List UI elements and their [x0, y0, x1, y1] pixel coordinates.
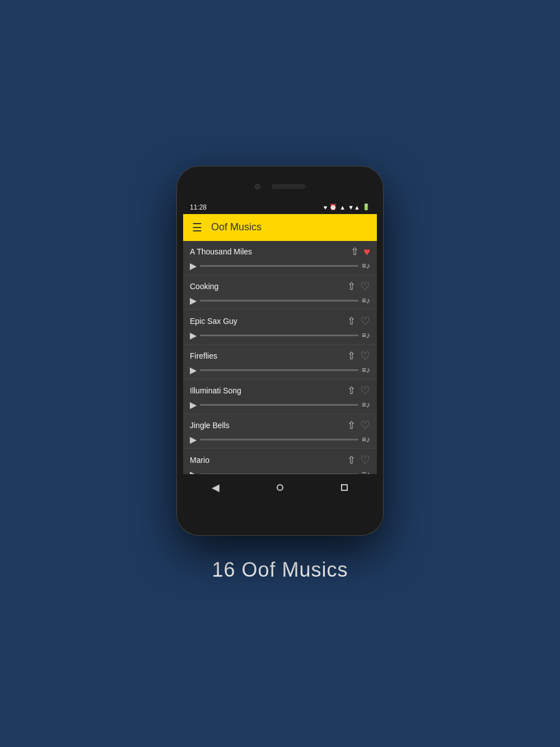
back-icon: ◀: [212, 481, 220, 494]
song-list: A Thousand Miles ⇧ ♥ ▶ ≡♪ Cooking: [183, 241, 377, 474]
status-bar: 11:28 ♥ ⏰ ▲ ▼▲ 🔋: [183, 201, 377, 214]
song-name: Mario: [190, 456, 347, 465]
page-label: 16 Oof Musics: [212, 558, 348, 582]
song-name: Illuminati Song: [190, 386, 347, 395]
home-button[interactable]: [269, 476, 291, 499]
phone-shell: 11:28 ♥ ⏰ ▲ ▼▲ 🔋 ☰ Oof Musics A Thousand…: [176, 166, 384, 536]
home-icon: [277, 484, 283, 491]
song-name: Epic Sax Guy: [190, 317, 347, 326]
progress-bar[interactable]: [200, 404, 358, 406]
bottom-bezel: [183, 501, 377, 529]
back-button[interactable]: ◀: [204, 476, 227, 499]
song-bottom-row: ▶ ≡♪: [190, 295, 370, 306]
phone-screen: 11:28 ♥ ⏰ ▲ ▼▲ 🔋 ☰ Oof Musics A Thousand…: [183, 173, 377, 529]
list-item: A Thousand Miles ⇧ ♥ ▶ ≡♪: [183, 241, 377, 275]
song-name: Jingle Bells: [190, 421, 347, 430]
play-button[interactable]: ▶: [190, 330, 197, 341]
status-time: 11:28: [190, 203, 207, 211]
song-top-row: Cooking ⇧ ♡: [190, 280, 370, 293]
song-actions: ⇧ ♡: [347, 280, 370, 293]
playlist-icon[interactable]: ≡♪: [362, 296, 370, 305]
share-icon[interactable]: ⇧: [347, 454, 356, 466]
heart-icon[interactable]: ♥: [363, 245, 370, 258]
song-actions: ⇧ ♡: [347, 453, 370, 467]
recents-icon: [341, 484, 348, 491]
heart-icon[interactable]: ♡: [360, 453, 370, 467]
heart-icon[interactable]: ♡: [360, 280, 370, 293]
progress-bar[interactable]: [200, 439, 358, 440]
song-bottom-row: ▶ ≡♪: [190, 434, 370, 445]
song-name: Fireflies: [190, 351, 347, 360]
song-bottom-row: ▶ ≡♪: [190, 365, 370, 375]
notification-icon: ♥: [324, 204, 328, 211]
song-bottom-row: ▶ ≡♪: [190, 400, 370, 410]
alarm-icon: ⏰: [329, 203, 337, 211]
progress-bar[interactable]: [200, 300, 358, 301]
song-actions: ⇧ ♡: [347, 349, 370, 363]
song-actions: ⇧ ♥: [351, 245, 370, 258]
signal-icon: ▼▲: [348, 204, 360, 211]
progress-bar[interactable]: [200, 335, 358, 336]
top-bezel: [183, 173, 377, 201]
progress-bar[interactable]: [200, 369, 358, 371]
wifi-icon: ▲: [339, 204, 346, 211]
share-icon[interactable]: ⇧: [347, 350, 356, 362]
song-actions: ⇧ ♡: [347, 314, 370, 328]
share-icon[interactable]: ⇧: [347, 315, 356, 327]
list-item: Jingle Bells ⇧ ♡ ▶ ≡♪: [183, 414, 377, 449]
play-button[interactable]: ▶: [190, 469, 197, 474]
song-top-row: Epic Sax Guy ⇧ ♡: [190, 314, 370, 328]
recents-button[interactable]: [333, 476, 356, 499]
heart-icon[interactable]: ♡: [360, 314, 370, 328]
playlist-icon[interactable]: ≡♪: [362, 365, 370, 374]
progress-bar[interactable]: [200, 265, 358, 267]
play-button[interactable]: ▶: [190, 400, 197, 410]
speaker: [272, 184, 305, 189]
song-name: A Thousand Miles: [190, 247, 351, 256]
song-top-row: Mario ⇧ ♡: [190, 453, 370, 467]
heart-icon[interactable]: ♡: [360, 384, 370, 397]
song-top-row: Jingle Bells ⇧ ♡: [190, 419, 370, 432]
song-top-row: A Thousand Miles ⇧ ♥: [190, 245, 370, 258]
play-button[interactable]: ▶: [190, 434, 197, 445]
song-actions: ⇧ ♡: [347, 419, 370, 432]
playlist-icon[interactable]: ≡♪: [362, 331, 370, 340]
front-camera: [255, 184, 260, 189]
page-label-text: 16 Oof Musics: [212, 558, 348, 581]
heart-icon[interactable]: ♡: [360, 419, 370, 432]
menu-icon[interactable]: ☰: [192, 221, 202, 234]
song-name: Cooking: [190, 282, 347, 291]
playlist-icon[interactable]: ≡♪: [362, 435, 370, 444]
playlist-icon[interactable]: ≡♪: [362, 400, 370, 409]
song-bottom-row: ▶ ≡♪: [190, 330, 370, 341]
app-title: Oof Musics: [211, 221, 262, 233]
list-item: Epic Sax Guy ⇧ ♡ ▶ ≡♪: [183, 310, 377, 345]
app-bar: ☰ Oof Musics: [183, 214, 377, 241]
song-top-row: Fireflies ⇧ ♡: [190, 349, 370, 363]
song-bottom-row: ▶ ≡♪: [190, 261, 370, 271]
song-bottom-row: ▶ ≡♪: [190, 469, 370, 474]
heart-icon[interactable]: ♡: [360, 349, 370, 363]
playlist-icon[interactable]: ≡♪: [362, 261, 370, 270]
status-icons: ♥ ⏰ ▲ ▼▲ 🔋: [324, 203, 370, 211]
song-actions: ⇧ ♡: [347, 384, 370, 397]
play-button[interactable]: ▶: [190, 365, 197, 375]
song-top-row: Illuminati Song ⇧ ♡: [190, 384, 370, 397]
list-item: Fireflies ⇧ ♡ ▶ ≡♪: [183, 345, 377, 379]
battery-icon: 🔋: [362, 203, 370, 211]
list-item: Illuminati Song ⇧ ♡ ▶ ≡♪: [183, 379, 377, 414]
list-item: Cooking ⇧ ♡ ▶ ≡♪: [183, 275, 377, 310]
playlist-icon[interactable]: ≡♪: [362, 470, 370, 474]
share-icon[interactable]: ⇧: [347, 419, 356, 432]
share-icon[interactable]: ⇧: [351, 245, 359, 258]
bottom-navigation: ◀: [183, 474, 377, 501]
play-button[interactable]: ▶: [190, 261, 197, 271]
play-button[interactable]: ▶: [190, 295, 197, 306]
share-icon[interactable]: ⇧: [347, 384, 356, 397]
list-item: Mario ⇧ ♡ ▶ ≡♪: [183, 449, 377, 474]
share-icon[interactable]: ⇧: [347, 280, 356, 293]
